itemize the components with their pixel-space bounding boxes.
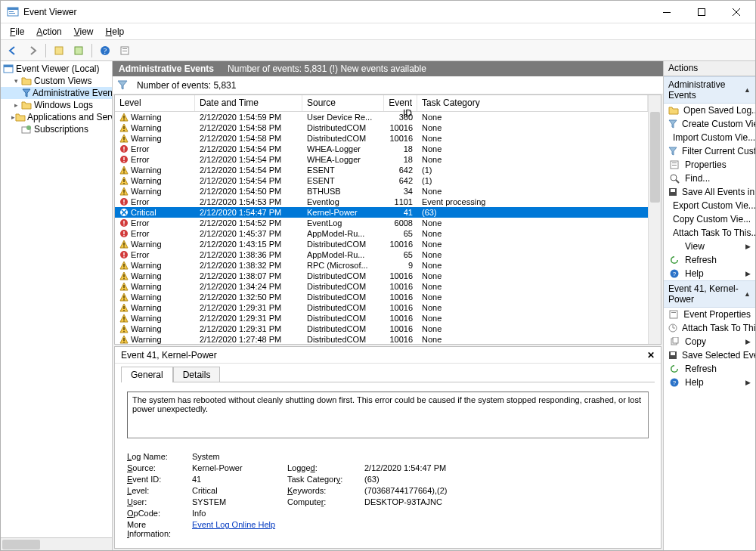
action-open-saved-log[interactable]: Open Saved Log... (664, 104, 755, 117)
toolbar-btn-3[interactable] (116, 42, 134, 59)
event-list[interactable]: Level Date and Time Source Event ID Task… (115, 95, 648, 344)
event-row[interactable]: Warning2/12/2020 1:54:58 PMDistributedCO… (115, 133, 648, 144)
action-filter-current[interactable]: Filter Current Cust... (664, 144, 755, 158)
actions-group-event[interactable]: Event 41, Kernel-Power▲ (664, 280, 755, 308)
action-save-all-events[interactable]: Save All Events in ... (664, 185, 755, 199)
toolbar-btn-2[interactable] (70, 42, 88, 59)
event-row[interactable]: Error2/12/2020 1:54:54 PMWHEA-Logger18No… (115, 144, 648, 154)
event-row[interactable]: Warning2/12/2020 1:43:15 PMDistributedCO… (115, 239, 648, 249)
tree-app-services[interactable]: ▸ Applications and Services Lo (1, 111, 112, 123)
chevron-up-icon: ▲ (744, 86, 751, 94)
toolbar-help-button[interactable]: ? (96, 42, 114, 59)
event-row[interactable]: Warning2/12/2020 1:54:54 PMESENT642(1) (115, 165, 648, 175)
event-row[interactable]: Warning2/12/2020 1:54:50 PMBTHUSB34None (115, 186, 648, 197)
minimize-button[interactable] (649, 1, 684, 23)
actions-group-admin[interactable]: Administrative Events▲ (664, 76, 755, 104)
error-icon (119, 229, 129, 238)
action-create-custom-view[interactable]: Create Custom Vie... (664, 117, 755, 131)
warning-icon (119, 123, 129, 132)
event-row[interactable]: Warning2/12/2020 1:34:24 PMDistributedCO… (115, 281, 648, 292)
event-row[interactable]: Warning2/12/2020 1:32:50 PMDistributedCO… (115, 292, 648, 302)
event-row[interactable]: Error2/12/2020 1:45:37 PMAppModel-Ru...6… (115, 228, 648, 239)
properties-icon (668, 159, 680, 171)
svg-rect-33 (123, 179, 124, 182)
expand-icon[interactable]: ▸ (11, 101, 20, 109)
online-help-link[interactable]: Event Log Online Help (192, 520, 283, 538)
action-import-custom-view[interactable]: Import Custom Vie... (664, 131, 755, 144)
action-attach-task[interactable]: Attach Task To This... (664, 226, 755, 240)
action-save-selected[interactable]: Save Selected Even... (664, 348, 755, 362)
event-row[interactable]: Error2/12/2020 1:38:36 PMAppModel-Ru...6… (115, 249, 648, 260)
collapse-icon[interactable]: ▾ (11, 77, 20, 85)
h-scrollbar[interactable] (1, 537, 112, 550)
event-row[interactable]: Warning2/12/2020 1:54:54 PMESENT642(1) (115, 175, 648, 186)
tab-details[interactable]: Details (173, 367, 221, 382)
warning-icon (119, 314, 129, 323)
filter-icon (22, 87, 31, 99)
action-export-custom-view[interactable]: Export Custom Vie... (664, 199, 755, 212)
chevron-right-icon: ▶ (745, 243, 751, 250)
svg-rect-80 (671, 312, 676, 313)
svg-rect-65 (123, 320, 124, 321)
svg-rect-36 (123, 193, 124, 194)
event-row[interactable]: Error2/12/2020 1:54:53 PMEventlog1101Eve… (115, 197, 648, 207)
error-icon (119, 218, 129, 228)
column-headers[interactable]: Level Date and Time Source Event ID Task… (115, 95, 648, 112)
svg-rect-44 (123, 221, 124, 224)
tree-admin-events[interactable]: Administrative Events (1, 87, 112, 99)
tree-custom-views[interactable]: ▾ Custom Views (1, 75, 112, 87)
action-help-2[interactable]: ?Help▶ (664, 376, 755, 389)
col-level[interactable]: Level (115, 95, 195, 111)
event-row[interactable]: Warning2/12/2020 1:54:58 PMDistributedCO… (115, 122, 648, 133)
action-copy[interactable]: Copy▶ (664, 335, 755, 348)
filter-icon[interactable] (117, 79, 129, 91)
action-refresh[interactable]: Refresh (664, 253, 755, 267)
nav-forward-button[interactable] (23, 42, 42, 59)
action-event-properties[interactable]: Event Properties (664, 308, 755, 321)
menu-view[interactable]: View (68, 25, 100, 39)
action-attach-task-event[interactable]: Attach Task To This... (664, 321, 755, 335)
action-help[interactable]: ?Help▶ (664, 267, 755, 280)
action-view[interactable]: View▶ (664, 240, 755, 253)
event-row[interactable]: Error2/12/2020 1:54:52 PMEventLog6008Non… (115, 218, 648, 228)
action-properties[interactable]: Properties (664, 158, 755, 172)
svg-rect-9 (75, 47, 82, 54)
menu-action[interactable]: Action (30, 25, 67, 39)
event-row[interactable]: Warning2/12/2020 1:29:31 PMDistributedCO… (115, 302, 648, 313)
close-button[interactable] (719, 1, 754, 23)
v-scrollbar[interactable] (648, 95, 661, 344)
col-category[interactable]: Task Category (417, 95, 648, 111)
col-source[interactable]: Source (302, 95, 384, 111)
event-row[interactable]: Warning2/12/2020 1:38:07 PMDistributedCO… (115, 271, 648, 281)
event-row[interactable]: Warning2/12/2020 1:29:31 PMDistributedCO… (115, 323, 648, 334)
event-row[interactable]: Error2/12/2020 1:54:54 PMWHEA-Logger18No… (115, 154, 648, 165)
svg-rect-69 (123, 342, 124, 342)
event-row[interactable]: Critical2/12/2020 1:54:47 PMKernel-Power… (115, 207, 648, 218)
event-count-label: Number of events: 5,831 (137, 80, 236, 91)
event-row[interactable]: Warning2/12/2020 1:27:48 PMDistributedCO… (115, 334, 648, 344)
toolbar-btn-1[interactable] (50, 42, 68, 59)
svg-rect-19 (123, 116, 124, 119)
action-refresh-2[interactable]: Refresh (664, 362, 755, 376)
tab-general[interactable]: General (121, 367, 173, 382)
event-row[interactable]: Warning2/12/2020 1:54:59 PMUser Device R… (115, 112, 648, 122)
event-row[interactable]: Warning2/12/2020 1:38:32 PMRPC (Microsof… (115, 260, 648, 271)
menu-help[interactable]: Help (100, 25, 131, 39)
detail-close-button[interactable]: ✕ (647, 350, 655, 361)
tree-subscriptions[interactable]: Subscriptions (1, 123, 112, 135)
col-date[interactable]: Date and Time (195, 95, 302, 111)
svg-rect-55 (123, 268, 124, 268)
col-eventid[interactable]: Event ID (384, 95, 417, 111)
find-icon (668, 172, 680, 184)
menu-file[interactable]: File (4, 25, 30, 39)
event-row[interactable]: Warning2/12/2020 1:29:31 PMDistributedCO… (115, 313, 648, 323)
action-copy-custom-view[interactable]: Copy Custom Vie... (664, 212, 755, 226)
navigation-tree-pane: Event Viewer (Local) ▾ Custom Views Admi… (1, 61, 113, 550)
maximize-button[interactable] (684, 1, 719, 23)
tree-windows-logs[interactable]: ▸ Windows Logs (1, 99, 112, 111)
chevron-up-icon: ▲ (744, 290, 751, 298)
action-find[interactable]: Find... (664, 172, 755, 185)
tree-root[interactable]: Event Viewer (Local) (1, 63, 112, 75)
svg-rect-5 (699, 8, 705, 15)
nav-back-button[interactable] (4, 42, 22, 59)
